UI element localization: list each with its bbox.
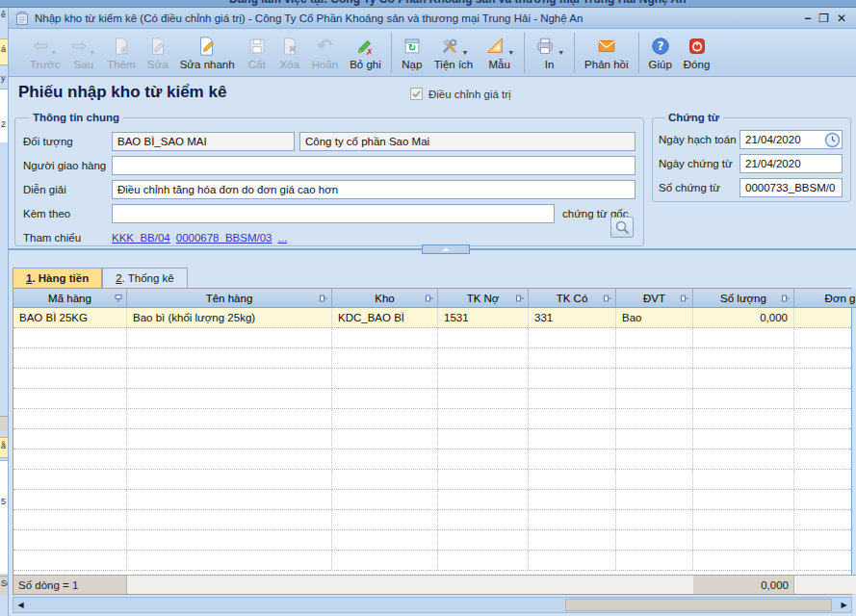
power-close-icon	[687, 36, 708, 57]
left-strip-fragment: ằ	[1, 441, 6, 450]
maximize-button[interactable]: ❒	[818, 12, 829, 25]
table-empty-row[interactable]	[13, 530, 851, 551]
pin-icon[interactable]	[603, 294, 612, 303]
so-chung-tu-field[interactable]: 0000733_BBSM/0	[739, 178, 843, 197]
so-luong-total: 0,000	[693, 576, 794, 594]
table-empty-row[interactable]	[13, 369, 851, 389]
tab-hang-tien[interactable]: 1. Hàng tiền	[13, 268, 102, 288]
toolbar-separator	[391, 33, 392, 73]
scrollbar-thumb[interactable]	[565, 599, 832, 611]
table-empty-row[interactable]	[13, 389, 851, 409]
toolbar-dong-button[interactable]: Đóng	[678, 33, 716, 72]
calendar-clock-icon[interactable]	[824, 132, 841, 149]
svg-text:↻: ↻	[408, 42, 416, 53]
so-chung-tu-label: Số chứng từ	[659, 182, 739, 193]
column-header[interactable]: Số lượng	[693, 289, 794, 307]
magnifier-icon	[613, 218, 631, 236]
reference-link-more[interactable]: ...	[277, 232, 287, 244]
cell-tk-co[interactable]: 331	[529, 308, 616, 327]
table-row[interactable]: BAO BÌ 25KG Bao bì (khối lượng 25kg) KDC…	[13, 308, 851, 328]
doi-tuong-name-field[interactable]: Công ty cổ phần Sao Mai	[299, 132, 636, 151]
cell-dvt[interactable]: Bao	[616, 308, 693, 327]
cell-don-gia[interactable]: 0,000	[794, 308, 851, 327]
nguoi-giao-hang-field[interactable]	[112, 156, 636, 175]
toolbar-separator	[574, 33, 575, 73]
close-button[interactable]: ✕	[837, 12, 846, 25]
doi-tuong-code-field[interactable]: BAO BÌ_SAO MAI	[112, 132, 295, 151]
toolbar-separator	[524, 33, 525, 73]
scroll-right-icon[interactable]: ▶	[837, 598, 851, 612]
table-empty-row[interactable]	[13, 551, 851, 571]
scroll-left-icon[interactable]: ◀	[13, 598, 28, 612]
toolbar-tien-ich-button[interactable]: ▼ Tiện ích	[428, 33, 479, 72]
tab-thong-ke[interactable]: 2. Thống kê	[102, 268, 188, 288]
ngay-chung-tu-field[interactable]: 21/04/2020	[739, 154, 843, 173]
window-title: Nhập kho từ kiểm kê (Có điều chỉnh giá t…	[35, 13, 804, 24]
save-floppy-icon	[246, 36, 268, 57]
toolbar-giup-button[interactable]: ? Giúp	[643, 33, 678, 72]
column-header[interactable]: Đơn giá	[794, 289, 856, 307]
toolbar-xoa-button[interactable]: Xóa	[273, 33, 306, 72]
table-empty-row[interactable]	[13, 328, 851, 348]
minimize-button[interactable]: −	[804, 12, 811, 25]
horizontal-scrollbar[interactable]: ◀ ▶	[13, 597, 852, 613]
cell-ma-hang[interactable]: BAO BÌ 25KG	[13, 308, 127, 327]
toolbar-cat-button[interactable]: Cất	[241, 33, 273, 72]
table-summary-row: Số dòng = 1 0,000	[13, 575, 856, 594]
pin-icon[interactable]	[425, 294, 434, 303]
column-header[interactable]: Tên hàng	[127, 289, 332, 307]
table-empty-row[interactable]	[13, 510, 851, 530]
ngay-hach-toan-field[interactable]: 21/04/2020	[739, 130, 843, 149]
reference-link-1[interactable]: KKK_BB/04	[112, 232, 170, 244]
unpost-pencil-icon: ✗	[354, 36, 376, 57]
column-header[interactable]: TK Có	[529, 289, 616, 307]
toolbar-sua-button[interactable]: Sửa	[142, 33, 174, 72]
cell-tk-no[interactable]: 1531	[438, 308, 529, 327]
column-header[interactable]: Mã hàng	[13, 289, 127, 307]
toolbar-them-button[interactable]: Thêm	[101, 33, 141, 72]
column-header[interactable]: ĐVT	[616, 289, 693, 307]
pin-icon[interactable]	[515, 294, 525, 303]
toolbar-phan-hoi-button[interactable]: Phản hồi	[579, 33, 634, 72]
forward-arrow-icon: ⇨	[71, 37, 87, 56]
cell-kho[interactable]: KDC_BAO BÌ	[332, 308, 438, 327]
pin-icon[interactable]	[781, 294, 791, 303]
column-header[interactable]: TK Nợ	[438, 289, 529, 307]
adjust-value-checkbox[interactable]: Điều chỉnh giá trị	[410, 88, 511, 100]
table-empty-row[interactable]	[13, 409, 851, 429]
pin-icon[interactable]	[319, 294, 328, 303]
ngay-hach-toan-value: 21/04/2020	[745, 134, 801, 145]
check-icon	[411, 89, 422, 99]
detail-tabs: 1. Hàng tiền 2. Thống kê	[13, 268, 188, 288]
reference-link-2[interactable]: 0000678_BBSM/03	[176, 232, 272, 244]
table-empty-row[interactable]	[13, 348, 851, 369]
toolbar-bo-ghi-button[interactable]: ✗ Bỏ ghi	[344, 33, 387, 72]
splitter-handle[interactable]	[422, 244, 470, 254]
toolbar-sau-button[interactable]: ⇨▼ Sau	[65, 33, 101, 72]
cell-so-luong[interactable]: 0,000	[693, 308, 794, 327]
toolbar-in-button[interactable]: ▼ In	[529, 33, 570, 72]
table-empty-row[interactable]	[13, 429, 851, 449]
pin-icon[interactable]	[114, 294, 123, 303]
toolbar-sua-nhanh-button[interactable]: Sửa nhanh	[174, 33, 241, 72]
reference-search-button[interactable]	[610, 217, 634, 238]
dien-giai-label: Diễn giải	[23, 184, 112, 195]
column-header[interactable]: Kho	[332, 289, 438, 307]
table-empty-row[interactable]	[13, 449, 851, 470]
table-empty-row[interactable]	[13, 490, 851, 510]
toolbar-truoc-button[interactable]: ⇦▼ Trước	[24, 33, 65, 72]
dien-giai-field[interactable]: Điều chỉnh tăng hóa đơn do đơn giá cao h…	[112, 180, 636, 199]
toolbar-mau-button[interactable]: ▼ Mẫu	[479, 33, 520, 72]
toolbar-nap-button[interactable]: ↻ Nạp	[396, 33, 428, 72]
table-empty-row[interactable]	[13, 470, 851, 490]
background-window-strip: Đang làm việc tại: Công Ty Cổ Phần Khoán…	[0, 0, 856, 8]
screen: Đang làm việc tại: Công Ty Cổ Phần Khoán…	[0, 0, 856, 616]
kem-theo-field[interactable]	[112, 204, 555, 223]
toolbar-separator	[638, 33, 639, 73]
toolbar-hoan-button[interactable]: ↶ Hoãn	[306, 33, 345, 72]
doi-tuong-label: Đối tượng	[23, 136, 112, 147]
pin-icon[interactable]	[680, 294, 689, 303]
cell-ten-hang[interactable]: Bao bì (khối lượng 25kg)	[127, 308, 332, 327]
left-strip-fragment: 2	[1, 119, 6, 129]
checkbox-label: Điều chỉnh giá trị	[428, 89, 511, 100]
